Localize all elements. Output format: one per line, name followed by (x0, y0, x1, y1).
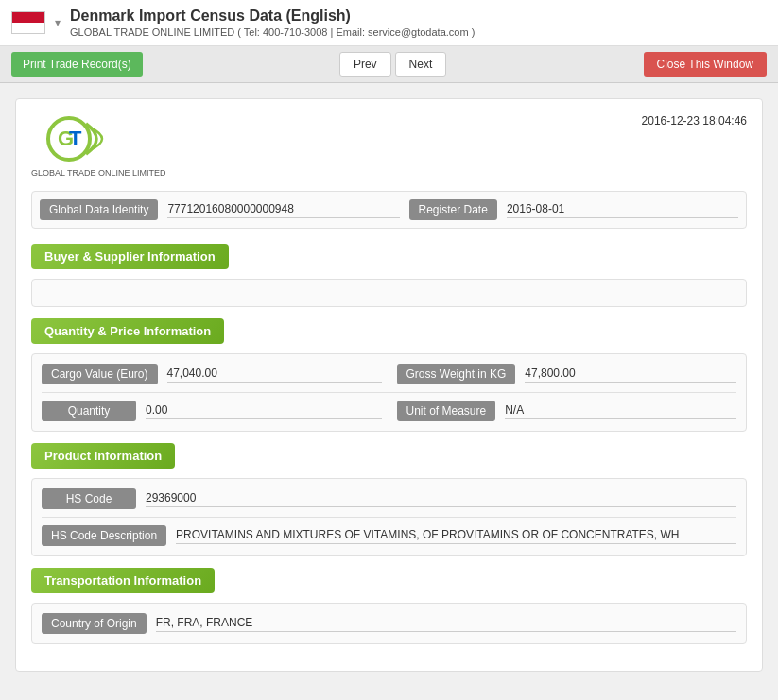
global-data-label: Global Data Identity (40, 199, 158, 220)
nav-buttons: Prev Next (339, 52, 446, 77)
quantity-label: Quantity (42, 401, 136, 421)
buyer-supplier-section: Buyer & Supplier Information (31, 244, 747, 307)
hs-desc-label: HS Code Description (42, 525, 166, 546)
unit-of-measure-value: N/A (505, 403, 736, 419)
hs-desc-row: HS Code Description PROVITAMINS AND MIXT… (42, 525, 736, 546)
page-title: Denmark Import Census Data (English) (70, 8, 767, 25)
dropdown-arrow[interactable]: ▾ (55, 16, 61, 29)
transportation-section: Transportation Information Country of Or… (31, 568, 747, 644)
hs-desc-value: PROVITAMINS AND MIXTURES OF VITAMINS, OF… (176, 528, 736, 544)
timestamp: 2016-12-23 18:04:46 (642, 114, 747, 128)
print-button[interactable]: Print Trade Record(s) (11, 52, 143, 77)
gross-weight-value: 47,800.00 (525, 367, 736, 383)
next-button[interactable]: Next (395, 52, 447, 77)
logo-container: G T GLOBAL TRADE ONLINE LIMITED (31, 114, 166, 178)
top-header: ▾ Denmark Import Census Data (English) G… (0, 0, 778, 46)
quantity-price-row2: Quantity 0.00 Unit of Measure N/A (42, 401, 736, 421)
header-subtitle: GLOBAL TRADE ONLINE LIMITED ( Tel: 400-7… (70, 26, 767, 38)
identity-row: Global Data Identity 7771201608000000094… (31, 191, 747, 229)
record-card: G T GLOBAL TRADE ONLINE LIMITED 2016-12-… (15, 98, 763, 672)
register-date-value: 2016-08-01 (507, 202, 738, 218)
transportation-body: Country of Origin FR, FRA, FRANCE (31, 603, 747, 644)
company-name: GLOBAL TRADE ONLINE LIMITED (31, 168, 166, 178)
unit-of-measure-label: Unit of Measure (397, 401, 496, 421)
close-button[interactable]: Close This Window (644, 52, 767, 77)
divider (42, 392, 736, 393)
divider2 (42, 517, 736, 518)
quantity-price-row1: Cargo Value (Euro) 47,040.00 Gross Weigh… (42, 364, 736, 384)
prev-button[interactable]: Prev (339, 52, 391, 77)
gross-weight-pair: Gross Weight in KG 47,800.00 (397, 364, 737, 384)
country-origin-value: FR, FRA, FRANCE (156, 616, 736, 632)
svg-text:T: T (69, 127, 82, 150)
register-date-label: Register Date (409, 199, 497, 220)
hs-code-value: 29369000 (146, 491, 736, 507)
quantity-price-section: Quantity & Price Information Cargo Value… (31, 318, 747, 432)
quantity-value: 0.00 (146, 403, 382, 419)
unit-of-measure-pair: Unit of Measure N/A (397, 401, 737, 421)
quantity-pair: Quantity 0.00 (42, 401, 382, 421)
transportation-header: Transportation Information (31, 568, 215, 593)
quantity-price-body: Cargo Value (Euro) 47,040.00 Gross Weigh… (31, 353, 747, 432)
toolbar: Print Trade Record(s) Prev Next Close Th… (0, 46, 778, 83)
gto-logo: G T (31, 114, 145, 166)
buyer-supplier-body (31, 279, 747, 307)
global-data-value: 77712016080000000948 (167, 202, 399, 218)
country-origin-row: Country of Origin FR, FRA, FRANCE (42, 613, 736, 634)
buyer-supplier-header: Buyer & Supplier Information (31, 244, 229, 269)
cargo-value-pair: Cargo Value (Euro) 47,040.00 (42, 364, 382, 384)
country-origin-label: Country of Origin (42, 613, 147, 634)
product-header: Product Information (31, 443, 175, 469)
cargo-value: 47,040.00 (167, 367, 382, 383)
hs-code-label: HS Code (42, 488, 136, 509)
logo-area: G T GLOBAL TRADE ONLINE LIMITED 2016-12-… (31, 114, 747, 178)
denmark-flag (11, 11, 45, 34)
product-section: Product Information HS Code 29369000 HS … (31, 443, 747, 556)
header-title-area: Denmark Import Census Data (English) GLO… (70, 8, 767, 38)
cargo-value-label: Cargo Value (Euro) (42, 364, 158, 384)
main-content: G T GLOBAL TRADE ONLINE LIMITED 2016-12-… (0, 83, 778, 687)
product-body: HS Code 29369000 HS Code Description PRO… (31, 478, 747, 556)
quantity-price-header: Quantity & Price Information (31, 318, 224, 344)
hs-code-row: HS Code 29369000 (42, 488, 736, 509)
gross-weight-label: Gross Weight in KG (397, 364, 516, 384)
